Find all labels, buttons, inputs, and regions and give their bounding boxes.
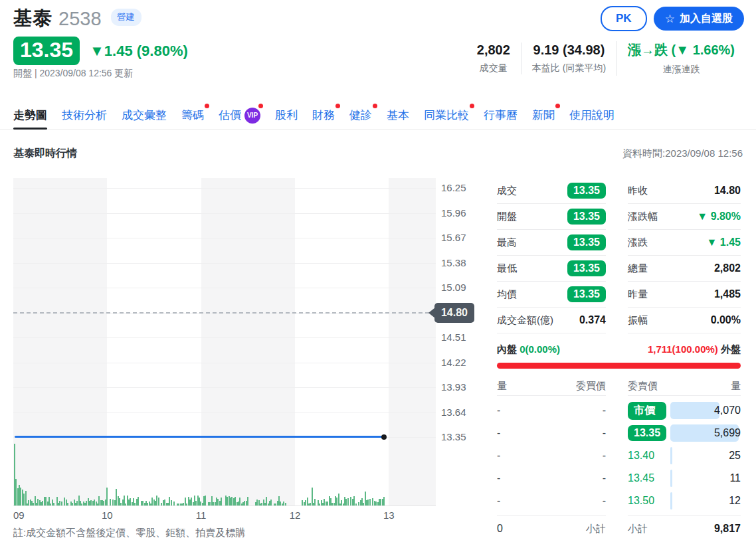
last-price: 13.35 [13, 37, 80, 65]
y-axis-label: 13.93 [441, 381, 478, 394]
quote-label: 成交金額(億) [497, 314, 553, 327]
stat-連漲連跌: 漲→跌 (▼ 1.66%)連漲連跌 [616, 41, 745, 76]
tab-label: 財務 [312, 108, 335, 123]
quote-row-low-price: 最低13.35 [497, 256, 606, 282]
inner-lot: 內盤 0(0.00%) [497, 343, 560, 356]
ask-price[interactable]: 市價 [628, 402, 666, 420]
bid-qty: - [497, 495, 500, 507]
ask-price[interactable]: 13.35 [628, 425, 666, 441]
tab-help[interactable]: 使用說明 [569, 101, 614, 130]
tab-peer-comparison[interactable]: 同業比較 [424, 101, 469, 130]
quote-label: 昨量 [628, 288, 648, 301]
ask-price[interactable]: 13.50 [628, 495, 666, 507]
quote-label: 均價 [497, 288, 517, 301]
bid-price: - [603, 427, 606, 439]
gridline [13, 213, 436, 214]
tab-transaction-summary[interactable]: 成交彙整 [122, 101, 167, 130]
tab-basics[interactable]: 基本 [387, 101, 409, 130]
y-axis-label: 15.38 [441, 256, 478, 270]
quote-row-turnover: 成交金額(億)0.374 [497, 308, 606, 333]
ask-qty: 4,070 [714, 402, 741, 419]
bid-price-header: 委買價 [576, 380, 606, 393]
gridline [13, 238, 436, 238]
quote-label: 最低 [497, 262, 517, 275]
gridline [13, 188, 436, 189]
bid-subtotal-value: 0 [497, 523, 503, 535]
tab-dividend[interactable]: 股利 [275, 101, 298, 130]
volume-bar [347, 498, 349, 506]
tab-trend-chart[interactable]: 走勢圖 [13, 101, 47, 130]
ask-qty: 25 [729, 447, 741, 464]
bid-qty: - [497, 472, 500, 484]
tab-technical-analysis[interactable]: 技術分析 [62, 101, 107, 130]
stat-value: 漲→跌 (▼ 1.66%) [628, 41, 735, 59]
quote-value-badge: 13.35 [567, 234, 606, 250]
stat-value: 9.19 (34.98) [533, 43, 605, 58]
industry-tag[interactable]: 營建 [111, 9, 142, 26]
tab-financials[interactable]: 財務 [312, 101, 335, 130]
tab-valuation[interactable]: 估價VIP [219, 101, 260, 130]
data-time: 資料時間:2023/09/08 12:56 [622, 147, 743, 160]
volume-bar [247, 497, 248, 506]
stock-name: 基泰 [13, 5, 52, 32]
bid-price: - [603, 450, 606, 462]
y-axis-label: 14.51 [441, 331, 478, 344]
quote-column-right: 昨收14.80漲跌幅▼ 9.80%漲跌▼ 1.45總量2,802昨量1,485振… [628, 178, 741, 333]
tab-calendar[interactable]: 行事曆 [484, 101, 518, 130]
vip-badge: VIP [244, 108, 260, 124]
ask-qty-bar [670, 492, 672, 509]
volume-bar [205, 496, 206, 506]
gridline [13, 363, 436, 363]
x-axis-label: 10 [94, 509, 120, 521]
ask-row: 13.4025 [628, 444, 741, 467]
volume-bar [106, 488, 108, 506]
ask-qty-bar [670, 402, 719, 419]
x-axis-label: 11 [188, 509, 215, 521]
tab-label: 股利 [275, 108, 298, 123]
ask-price-badge: 市價 [628, 402, 666, 420]
pk-button[interactable]: PK [601, 6, 647, 31]
quote-label: 開盤 [497, 211, 517, 223]
quote-value: 0.00% [711, 314, 741, 326]
ask-price[interactable]: 13.40 [628, 450, 666, 462]
add-watchlist-button[interactable]: ☆ 加入自選股 [654, 7, 744, 31]
section-title: 基泰即時行情 [13, 147, 77, 161]
bid-row: -- [497, 444, 606, 467]
ask-side: 委賣價 量 市價4,07013.355,69913.402513.451113.… [628, 377, 741, 541]
price-line [15, 436, 384, 438]
quote-value: ▼ 1.45 [707, 236, 741, 248]
top-stats: 2,802成交量9.19 (34.98)本益比 (同業平均)漲→跌 (▼ 1.6… [466, 41, 745, 76]
stat-label: 本益比 (同業平均) [532, 62, 606, 74]
stat-成交量: 2,802成交量 [466, 43, 521, 74]
ask-row: 13.355,699 [628, 422, 741, 444]
order-book: 量 委買價 ---------- 0 小計 委賣價 量 市價4,07013.35… [497, 377, 741, 541]
tab-label: 使用說明 [569, 108, 614, 123]
y-axis-label: 13.64 [441, 406, 478, 419]
quote-label: 漲跌 [628, 236, 648, 249]
stock-page: 基泰 2538 營建 PK ☆ 加入自選股 13.35 ▼1.45 (9.80%… [0, 0, 756, 552]
intraday-chart[interactable]: 16.2515.9615.6715.3815.0914.5114.2213.93… [13, 178, 436, 507]
tab-chips[interactable]: 籌碼 [181, 101, 204, 130]
quote-row-change: 漲跌▼ 1.45 [628, 230, 741, 256]
quote-value-badge: 13.35 [567, 260, 606, 276]
ask-qty-cell: 5,699 [670, 424, 741, 442]
price-row: 13.35 ▼1.45 (9.80%) [13, 37, 188, 65]
volume-bar [383, 497, 385, 506]
tab-health-check[interactable]: 健診 [349, 101, 372, 130]
stat-value: 2,802 [477, 43, 510, 58]
quote-value-badge: 13.35 [567, 286, 606, 302]
y-axis-label: 13.35 [441, 430, 478, 444]
ask-qty-cell: 11 [670, 470, 741, 487]
y-axis-label: 16.25 [441, 181, 478, 195]
ask-subtotal-value: 9,817 [714, 523, 741, 535]
bid-qty: - [497, 405, 500, 416]
quote-row-change-pct: 漲跌幅▼ 9.80% [628, 204, 741, 230]
gridline [13, 288, 436, 288]
gridline [13, 263, 436, 264]
ask-qty-bar [670, 470, 672, 487]
ask-price[interactable]: 13.45 [628, 472, 666, 484]
bid-row: -- [497, 490, 606, 512]
price-line-end-dot [381, 434, 387, 440]
tab-news[interactable]: 新聞 [532, 101, 555, 130]
tab-label: 同業比較 [424, 108, 469, 123]
